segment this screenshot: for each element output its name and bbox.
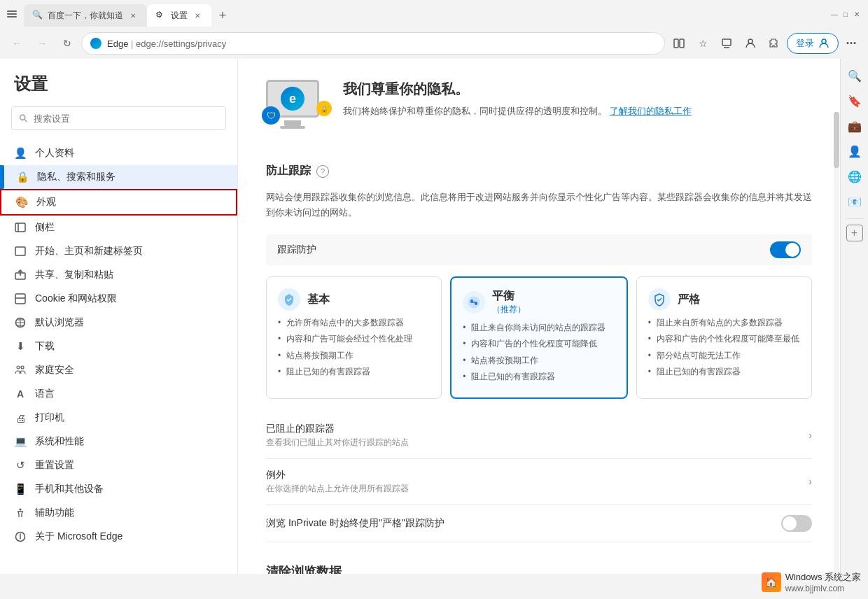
svg-point-8 bbox=[20, 115, 25, 120]
more-button[interactable]: ··· bbox=[840, 32, 862, 55]
back-button[interactable]: ← bbox=[6, 32, 28, 55]
favorites-button[interactable]: ☆ bbox=[692, 32, 714, 55]
tracking-card-balanced[interactable]: 平衡 （推荐） 阻止来自你尚未访问的站点的跟踪器 内容和广告的个性化程度可能降低… bbox=[450, 276, 627, 399]
strict-feature-1: 阻止来自所有站点的大多数跟踪器 bbox=[648, 316, 800, 330]
right-sb-mail-btn[interactable]: 📧 bbox=[844, 190, 866, 213]
sidebar-label-profile: 个人资料 bbox=[35, 147, 74, 160]
strict-card-icon bbox=[648, 288, 671, 311]
sidebar-title: 设置 bbox=[0, 73, 237, 106]
monitor-stand bbox=[284, 120, 301, 126]
profile-button[interactable] bbox=[739, 32, 762, 55]
downloads-icon: ⬇ bbox=[14, 340, 27, 353]
main-area: 设置 👤 个人资料 🔒 隐私、搜索和服务 🎨 外观 bbox=[0, 59, 868, 574]
blocked-trackers-chevron: › bbox=[808, 430, 812, 441]
search-input[interactable] bbox=[34, 113, 218, 124]
sidebar-item-profile[interactable]: 👤 个人资料 bbox=[0, 141, 237, 165]
right-sb-globe-btn[interactable]: 🌐 bbox=[844, 165, 866, 188]
sidebar-item-accessibility[interactable]: 辅助功能 bbox=[0, 501, 237, 525]
sidebar-item-sidebar[interactable]: 侧栏 bbox=[0, 216, 237, 239]
tracking-card-strict[interactable]: 严格 阻止来自所有站点的大多数跟踪器 内容和广告的个性化程度可能降至最低 部分站… bbox=[636, 276, 812, 399]
sidebar-label-system: 系统和性能 bbox=[35, 435, 84, 448]
blocked-trackers-content: 已阻止的跟踪器 查看我们已阻止其对你进行跟踪的站点 bbox=[266, 423, 409, 449]
tab-close-baidu[interactable]: ✕ bbox=[127, 10, 139, 21]
sidebar-label-language: 语言 bbox=[35, 388, 55, 400]
svg-rect-11 bbox=[15, 247, 25, 255]
tabs-container: 🔍 百度一下，你就知道 ✕ ⚙ 设置 ✕ + bbox=[24, 1, 829, 27]
strict-feature-2: 内容和广告的个性化程度可能降至最低 bbox=[648, 332, 800, 346]
tab-baidu[interactable]: 🔍 百度一下，你就知道 ✕ bbox=[24, 4, 147, 27]
forward-button[interactable]: → bbox=[31, 32, 53, 55]
svg-rect-9 bbox=[15, 223, 25, 232]
blocked-trackers-row[interactable]: 已阻止的跟踪器 查看我们已阻止其对你进行跟踪的站点 › bbox=[266, 413, 812, 459]
basic-card-title: 基本 bbox=[307, 293, 330, 307]
share-icon bbox=[14, 269, 27, 281]
search-box[interactable] bbox=[11, 106, 226, 130]
tracking-card-basic[interactable]: 基本 允许所有站点中的大多数跟踪器 内容和广告可能会经过个性化处理 站点将按预期… bbox=[266, 276, 442, 399]
basic-card-features: 允许所有站点中的大多数跟踪器 内容和广告可能会经过个性化处理 站点将按预期工作 … bbox=[278, 316, 430, 379]
tracking-protection-toggle[interactable] bbox=[770, 241, 801, 258]
sidebar-item-mobile[interactable]: 📱 手机和其他设备 bbox=[0, 477, 237, 501]
window-controls bbox=[6, 8, 18, 20]
title-bar: 🔍 百度一下，你就知道 ✕ ⚙ 设置 ✕ + — □ ✕ bbox=[0, 0, 868, 28]
scrollbar-track bbox=[834, 112, 839, 599]
tab-settings[interactable]: ⚙ 设置 ✕ bbox=[147, 4, 211, 27]
tab-favicon-baidu: 🔍 bbox=[32, 10, 43, 21]
accessibility-icon bbox=[14, 507, 27, 519]
sidebar-item-privacy[interactable]: 🔒 隐私、搜索和服务 bbox=[0, 165, 237, 189]
exceptions-chevron: › bbox=[808, 476, 812, 487]
sidebar-toggle-btn[interactable] bbox=[6, 8, 18, 20]
maximize-button[interactable]: □ bbox=[840, 8, 851, 20]
minimize-button[interactable]: — bbox=[829, 8, 840, 20]
right-sb-bookmark-btn[interactable]: 🔖 bbox=[844, 90, 866, 112]
privacy-hero-desc: 我们将始终保护和尊重你的隐私，同时提供应得的透明度和控制。 了解我们的隐私工作 bbox=[343, 104, 692, 119]
sidebar-item-family[interactable]: 家庭安全 bbox=[0, 358, 237, 382]
basic-feature-1: 允许所有站点中的大多数跟踪器 bbox=[278, 316, 430, 330]
collections-button[interactable] bbox=[715, 32, 738, 55]
settings-sidebar: 设置 👤 个人资料 🔒 隐私、搜索和服务 🎨 外观 bbox=[0, 59, 238, 574]
right-sb-briefcase-btn[interactable]: 💼 bbox=[844, 115, 866, 137]
sidebar-item-default-browser[interactable]: 默认浏览器 bbox=[0, 311, 237, 334]
sidebar-item-printer[interactable]: 🖨 打印机 bbox=[0, 406, 237, 430]
sidebar-item-downloads[interactable]: ⬇ 下载 bbox=[0, 334, 237, 358]
appearance-icon: 🎨 bbox=[15, 196, 28, 209]
sidebar-item-reset[interactable]: ↺ 重置设置 bbox=[0, 453, 237, 477]
sidebar-item-share[interactable]: 共享、复制和粘贴 bbox=[0, 263, 237, 287]
svg-rect-0 bbox=[7, 10, 17, 12]
strict-card-features: 阻止来自所有站点的大多数跟踪器 内容和广告的个性化程度可能降至最低 部分站点可能… bbox=[648, 316, 800, 379]
new-tab-button[interactable]: + bbox=[211, 4, 234, 27]
sidebar-item-language[interactable]: A 语言 bbox=[0, 382, 237, 406]
sidebar-item-about[interactable]: 关于 Microsoft Edge bbox=[0, 525, 237, 549]
extensions-button[interactable] bbox=[763, 32, 785, 55]
exceptions-row[interactable]: 例外 在你选择的站点上允许使用所有跟踪器 › bbox=[266, 459, 812, 505]
svg-rect-5 bbox=[722, 39, 731, 45]
privacy-learn-more-link[interactable]: 了解我们的隐私工作 bbox=[610, 106, 692, 116]
edge-logo-icon bbox=[90, 38, 102, 49]
refresh-button[interactable]: ↻ bbox=[56, 32, 78, 55]
scrollbar-thumb[interactable] bbox=[834, 112, 839, 168]
right-sb-add-btn[interactable]: + bbox=[846, 225, 863, 241]
split-screen-button[interactable] bbox=[668, 32, 690, 55]
tab-close-settings[interactable]: ✕ bbox=[192, 10, 203, 21]
sidebar-item-system[interactable]: 💻 系统和性能 bbox=[0, 430, 237, 453]
tracking-help-icon[interactable]: ? bbox=[316, 165, 329, 178]
sidebar-item-appearance[interactable]: 🎨 外观 bbox=[0, 189, 237, 216]
sidebar-item-start[interactable]: 开始、主页和新建标签页 bbox=[0, 239, 237, 263]
exceptions-title: 例外 bbox=[266, 469, 409, 481]
right-sb-profile-btn[interactable]: 👤 bbox=[844, 140, 866, 162]
profile-icon: 👤 bbox=[14, 147, 27, 160]
inprivate-toggle[interactable] bbox=[781, 515, 812, 532]
address-bar-input[interactable]: Edge | edge://settings/privacy bbox=[81, 32, 665, 55]
sidebar-label-privacy: 隐私、搜索和服务 bbox=[37, 171, 115, 183]
right-sidebar: 🔍 🔖 💼 👤 🌐 📧 + bbox=[840, 59, 868, 574]
sidebar-item-cookies[interactable]: Cookie 和网站权限 bbox=[0, 287, 237, 311]
sidebar-label-family: 家庭安全 bbox=[35, 364, 74, 376]
svg-point-17 bbox=[21, 366, 24, 369]
svg-rect-13 bbox=[15, 294, 25, 304]
active-indicator bbox=[2, 165, 4, 189]
right-sb-search-btn[interactable]: 🔍 bbox=[844, 64, 866, 87]
login-button[interactable]: 登录 bbox=[787, 33, 839, 54]
sidebar-label-about: 关于 Microsoft Edge bbox=[35, 530, 122, 543]
svg-point-18 bbox=[20, 509, 22, 511]
login-label: 登录 bbox=[796, 37, 814, 50]
close-button[interactable]: ✕ bbox=[851, 8, 862, 20]
